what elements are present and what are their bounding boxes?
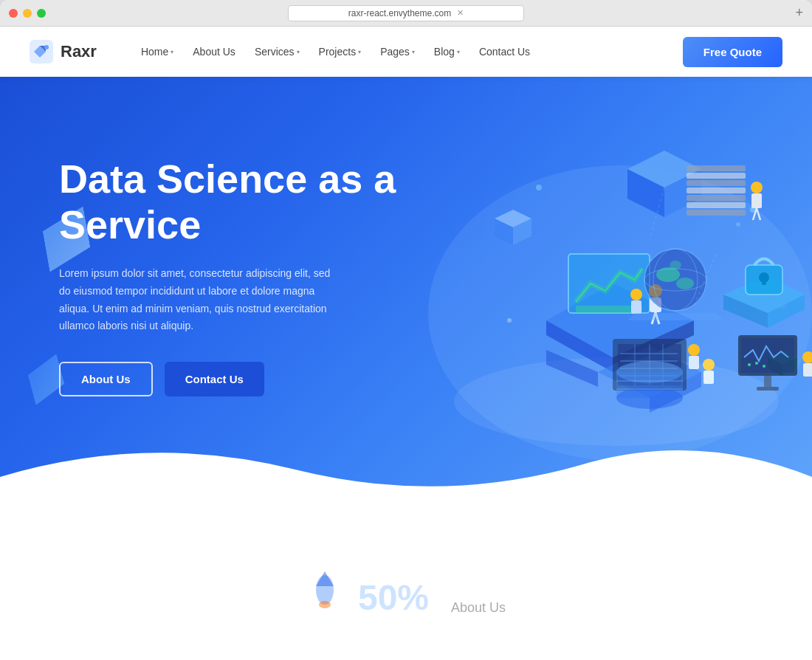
brand-logo[interactable]: Raxr xyxy=(30,40,97,63)
svg-rect-78 xyxy=(757,387,779,391)
svg-point-35 xyxy=(630,289,642,300)
svg-point-24 xyxy=(751,182,763,193)
minimize-button[interactable] xyxy=(23,9,32,18)
close-button[interactable] xyxy=(9,9,18,18)
nav-item-services[interactable]: Services ▾ xyxy=(247,41,307,62)
nav-link-projects[interactable]: Projects ▾ xyxy=(312,41,369,62)
nav-label-contact: Contact Us xyxy=(479,46,530,58)
svg-point-84 xyxy=(507,318,512,323)
svg-point-81 xyxy=(536,185,542,190)
nav-item-contact[interactable]: Contact Us xyxy=(472,41,537,62)
svg-rect-20 xyxy=(687,188,746,193)
hero-buttons: About Us Contact Us xyxy=(59,362,396,396)
svg-point-82 xyxy=(736,222,740,227)
hero-title-line2: Service xyxy=(59,202,201,247)
svg-point-90 xyxy=(319,601,331,608)
traffic-lights xyxy=(9,9,46,18)
svg-marker-89 xyxy=(316,571,334,586)
chevron-down-icon: ▾ xyxy=(171,49,173,55)
svg-point-32 xyxy=(670,261,681,269)
hero-title-line1: Data Science as a xyxy=(59,157,396,201)
maximize-button[interactable] xyxy=(37,9,46,18)
svg-point-52 xyxy=(703,359,715,371)
svg-point-85 xyxy=(750,207,756,213)
svg-rect-77 xyxy=(764,376,771,387)
svg-rect-19 xyxy=(687,195,746,201)
svg-rect-17 xyxy=(687,210,746,216)
hero-content: Data Science as a Service Lorem ipsum do… xyxy=(59,156,396,396)
navbar: Raxr Home ▾ About Us Services xyxy=(0,27,812,77)
svg-rect-25 xyxy=(751,193,762,208)
nav-link-contact[interactable]: Contact Us xyxy=(472,41,537,62)
chevron-down-icon-pages: ▾ xyxy=(412,49,415,55)
new-tab-button[interactable]: + xyxy=(795,5,803,21)
svg-rect-36 xyxy=(631,300,641,314)
nav-item-pages[interactable]: Pages ▾ xyxy=(373,41,422,62)
nav-item-about[interactable]: About Us xyxy=(185,41,243,62)
nav-link-blog[interactable]: Blog ▾ xyxy=(427,41,467,62)
nav-link-pages[interactable]: Pages ▾ xyxy=(373,41,422,62)
chevron-down-icon-services: ▾ xyxy=(297,49,300,55)
nav-label-home: Home xyxy=(141,46,168,58)
nav-item-projects[interactable]: Projects ▾ xyxy=(312,41,369,62)
brand-name: Raxr xyxy=(61,42,97,61)
svg-rect-60 xyxy=(762,278,766,285)
svg-point-76 xyxy=(763,365,765,368)
svg-point-63 xyxy=(616,387,683,409)
svg-rect-21 xyxy=(687,180,746,186)
hero-description: Lorem ipsum dolor sit amet, consectetur … xyxy=(59,265,340,335)
accent-text: 50% xyxy=(358,580,429,616)
hero-wave xyxy=(0,433,812,520)
svg-rect-23 xyxy=(687,165,746,171)
nav-links: Home ▾ About Us Services ▾ xyxy=(134,41,537,62)
svg-rect-80 xyxy=(803,363,812,377)
browser-window: raxr-react.envytheme.com ✕ + Raxr xyxy=(0,0,812,660)
nav-link-home[interactable]: Home ▾ xyxy=(134,41,181,62)
chevron-down-icon-projects: ▾ xyxy=(358,49,361,55)
nav-label-pages: Pages xyxy=(380,46,410,58)
titlebar: raxr-react.envytheme.com ✕ + xyxy=(0,0,812,27)
nav-item-blog[interactable]: Blog ▾ xyxy=(427,41,467,62)
svg-rect-22 xyxy=(687,173,746,179)
svg-marker-37 xyxy=(627,313,723,320)
nav-label-blog: Blog xyxy=(434,46,455,58)
nav-label-about: About Us xyxy=(193,46,235,58)
nav-item-home[interactable]: Home ▾ xyxy=(134,41,181,62)
hero-title: Data Science as a Service xyxy=(59,156,396,247)
svg-point-83 xyxy=(779,302,786,309)
nav-link-services[interactable]: Services ▾ xyxy=(247,41,307,62)
address-bar[interactable]: raxr-react.envytheme.com ✕ xyxy=(288,5,524,21)
svg-rect-51 xyxy=(689,356,699,369)
nav-label-projects: Projects xyxy=(319,46,357,58)
svg-point-75 xyxy=(755,362,758,365)
svg-point-31 xyxy=(676,278,694,289)
below-hero-section: 50% About Us xyxy=(0,520,812,660)
free-quote-button[interactable]: Free Quote xyxy=(683,37,782,67)
svg-point-1 xyxy=(44,45,49,49)
svg-point-50 xyxy=(688,344,700,356)
chevron-down-icon-blog: ▾ xyxy=(457,49,460,55)
svg-rect-18 xyxy=(687,202,746,208)
brand-icon xyxy=(30,40,53,63)
svg-rect-53 xyxy=(703,371,714,384)
nav-label-services: Services xyxy=(255,46,295,58)
address-close-icon[interactable]: ✕ xyxy=(457,8,464,18)
rocket-icon xyxy=(306,571,343,616)
hero-section: Data Science as a Service Lorem ipsum do… xyxy=(0,77,812,520)
site-content: Raxr Home ▾ About Us Services xyxy=(0,27,812,660)
svg-point-30 xyxy=(656,267,680,282)
url-text: raxr-react.envytheme.com xyxy=(348,8,451,18)
nav-link-about[interactable]: About Us xyxy=(185,41,243,62)
about-us-button[interactable]: About Us xyxy=(59,362,153,396)
contact-us-button[interactable]: Contact Us xyxy=(165,362,264,396)
about-label: About Us xyxy=(451,600,506,616)
svg-point-74 xyxy=(748,363,751,366)
about-section-preview: About Us xyxy=(451,600,506,616)
rocket-illustration: 50% xyxy=(306,571,429,616)
bottom-hint: 50% About Us xyxy=(277,564,535,623)
